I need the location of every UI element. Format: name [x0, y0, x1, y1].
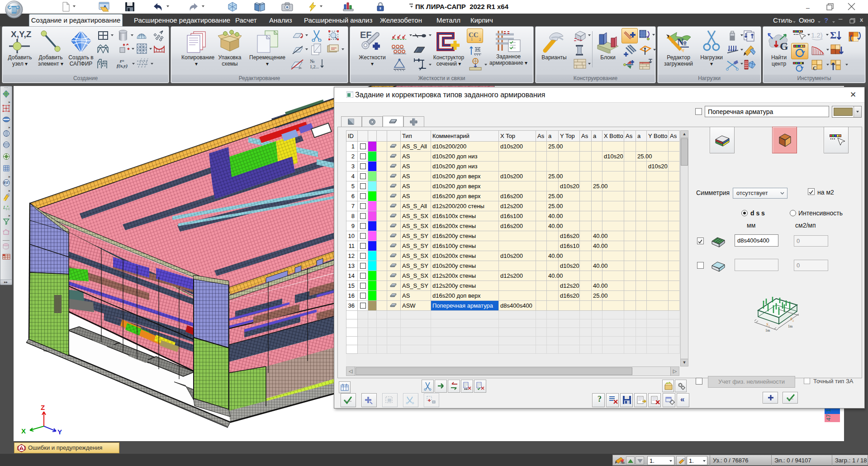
svg-text:CC: CC — [469, 31, 479, 38]
svg-text:Z: Z — [41, 404, 45, 411]
svg-text:Y: Y — [57, 428, 62, 435]
svg-text:2: 2 — [792, 319, 794, 322]
svg-text:X,Y,Z: X,Y,Z — [11, 30, 32, 39]
svg-text:C: C — [813, 65, 817, 71]
svg-text:1m: 1m — [788, 324, 793, 328]
svg-text:f(x,y): f(x,y) — [117, 63, 128, 68]
svg-text:1.2): 1.2) — [811, 31, 823, 39]
svg-text:L: L — [3, 204, 6, 210]
svg-text:1m: 1m — [765, 328, 770, 333]
svg-text:1,2...: 1,2... — [310, 64, 319, 69]
svg-text:X: X — [21, 427, 26, 435]
svg-text:2: 2 — [479, 38, 481, 42]
svg-text:G: G — [780, 40, 788, 52]
svg-text:1: 1 — [768, 325, 770, 328]
svg-text:47·1: 47·1 — [825, 409, 832, 421]
svg-text:Σ: Σ — [830, 29, 836, 41]
svg-text:EF: EF — [4, 181, 9, 185]
svg-text:№: № — [310, 58, 315, 64]
svg-text:1: 1 — [471, 38, 473, 42]
svg-text:№: № — [621, 461, 625, 464]
